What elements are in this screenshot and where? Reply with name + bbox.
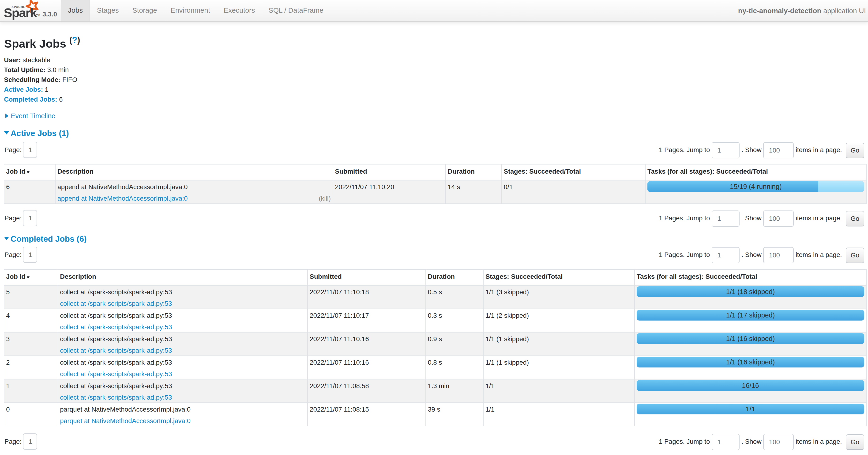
svg-text:Spark: Spark [4,6,37,20]
svg-text:TM: TM [36,14,40,17]
